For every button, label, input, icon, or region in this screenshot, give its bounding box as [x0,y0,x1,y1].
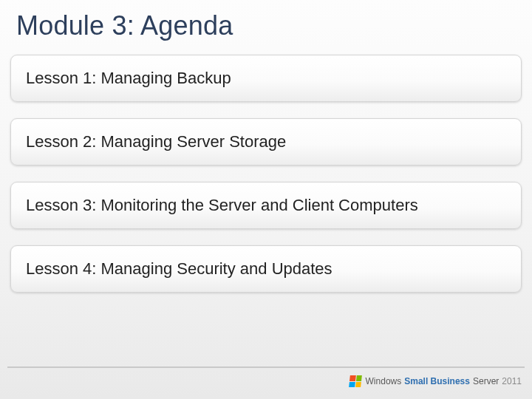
brand-sbs: Small Business [404,376,470,386]
lesson-item: Lesson 2: Managing Server Storage [10,118,522,166]
lesson-item: Lesson 1: Managing Backup [10,55,522,102]
slide-title: Module 3: Agenda [0,0,532,55]
brand-year: 2011 [502,376,522,386]
lesson-label: Lesson 1: Managing Backup [26,69,231,87]
brand-windows: Windows [366,376,402,386]
brand-server: Server [473,376,499,386]
lesson-label: Lesson 3: Monitoring the Server and Clie… [26,196,418,214]
lesson-item: Lesson 4: Managing Security and Updates [10,245,522,293]
lesson-label: Lesson 4: Managing Security and Updates [26,259,332,278]
lesson-label: Lesson 2: Managing Server Storage [26,132,286,151]
footer: Windows Small Business Server 2011 [0,366,532,399]
lesson-list: Lesson 1: Managing Backup Lesson 2: Mana… [0,55,532,293]
brand-logo: Windows Small Business Server 2011 [349,375,522,387]
lesson-item: Lesson 3: Monitoring the Server and Clie… [10,182,522,229]
windows-flag-icon [349,375,362,387]
brand-text: Windows Small Business Server 2011 [366,376,522,386]
